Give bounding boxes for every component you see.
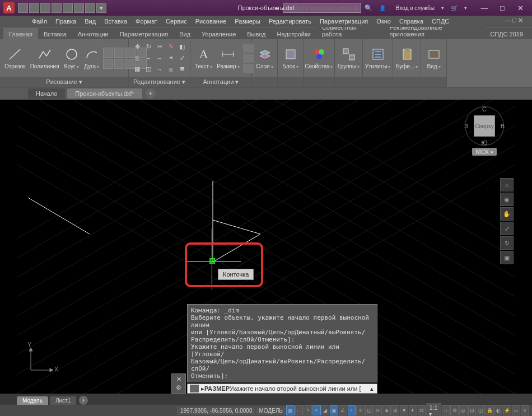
compass-west[interactable]: З [464,123,468,129]
signin-dropdown-icon[interactable]: ▾ [441,5,444,11]
compass-north[interactable]: С [482,106,487,113]
tool-ellipse-icon[interactable] [114,48,124,58]
status-snap-icon[interactable]: ∷ [295,405,304,415]
status-model-button[interactable]: МОДЕЛЬ [256,406,285,415]
signin-icon[interactable]: 👤 [376,4,389,12]
qat-new-icon[interactable] [18,3,28,13]
viewcube-compass[interactable]: С Ю В З Сверху [465,106,504,146]
tool-groups[interactable]: Группы [337,45,361,71]
viewcube-wcs-label[interactable]: МСК ▾ [472,148,496,156]
qat-more-icon[interactable]: ▾ [96,3,106,13]
doctab-start[interactable]: Начало [28,88,65,99]
tab-output[interactable]: Вывод [241,29,271,39]
command-line-input[interactable]: ▸ РАЗМЕР Укажите начало второй выносной … [187,384,377,394]
qat-saveas-icon[interactable] [52,3,62,13]
tool-erase-icon[interactable]: ✎ [166,42,176,52]
menu-draw[interactable]: Рисование [192,17,230,26]
menu-view[interactable]: Вид [81,17,100,26]
layout-tab-add-button[interactable]: + [79,396,88,405]
nav-showmotion-icon[interactable]: ▣ [500,251,514,264]
nav-fullnav-icon[interactable]: ⌂ [500,178,514,191]
menu-spds[interactable]: СПДС [428,17,453,26]
panel-expand-icon[interactable]: ▾ [235,77,239,87]
menu-help[interactable]: Справка [395,17,427,26]
tool-layers[interactable]: Слои [255,45,274,71]
qat-open-icon[interactable] [29,3,39,13]
layout-tab-model[interactable]: Модель [17,396,48,405]
tool-fillet-icon[interactable]: ⌐ [143,53,153,63]
command-history[interactable]: Команда: _dim Выберите объекты, укажите … [187,304,377,382]
tool-array-icon[interactable]: ▦ [132,64,142,74]
viewcube[interactable]: С Ю В З Сверху МСК ▾ [462,106,507,157]
qat-save-icon[interactable] [40,3,50,13]
signin-button[interactable]: Вход в службы [393,4,438,12]
nav-wheel-icon[interactable]: ◉ [500,193,514,206]
status-monitor-icon[interactable]: ◎ [459,405,468,415]
appstore-icon[interactable]: 🛒 [447,4,461,12]
tool-clipboard[interactable]: Буфе... [395,45,419,71]
tool-polyline[interactable]: Полилиния [29,45,60,71]
tool-trim-icon[interactable]: ✂ [155,42,165,52]
tool-point-icon[interactable] [114,59,124,69]
status-otrack-icon[interactable]: ∠ [339,405,347,415]
status-iso-icon[interactable]: ◢ [321,405,330,415]
qat-undo-icon[interactable] [74,3,84,13]
status-customize-icon[interactable]: ≡ [521,405,529,415]
menu-format[interactable]: Формат [132,17,161,26]
tool-move-icon[interactable]: ✥ [132,42,142,52]
app-logo-icon[interactable]: A [3,2,15,13]
menu-window[interactable]: Окно [372,17,395,26]
status-cycling-icon[interactable]: ⟳ [374,405,382,415]
tool-text[interactable]: A Текст [194,45,213,71]
help-dropdown-icon[interactable]: ▾ [464,5,467,11]
tool-copy-icon[interactable]: ⎘ [132,53,142,63]
tool-mirror-icon[interactable]: ◧ [177,42,187,52]
compass-east[interactable]: В [501,123,505,129]
status-osnap-icon[interactable]: ▣ [330,405,338,415]
minimize-button[interactable]: — [476,2,493,13]
search-icon[interactable]: 🔍 [365,4,372,12]
panel-expand-icon[interactable]: ▾ [182,77,185,87]
status-units-icon[interactable]: ⊡ [468,405,477,415]
menu-file[interactable]: Файл [28,17,51,26]
menu-modify[interactable]: Редактировать [265,17,315,26]
panel-expand-icon[interactable]: ▾ [79,77,82,87]
tab-annotate[interactable]: Аннотации [72,29,114,39]
status-cleanscreen-icon[interactable]: ▭ [512,405,520,415]
tool-rectangle-icon[interactable] [103,48,113,58]
close-button[interactable]: ✕ [512,2,529,13]
menu-insert[interactable]: Вставка [100,17,131,26]
tool-view[interactable]: Вид [425,45,443,71]
status-ortho-icon[interactable]: └ [304,405,312,415]
compass-south[interactable]: Ю [481,139,487,146]
tab-parametric[interactable]: Параметризация [114,29,174,39]
status-workspace-icon[interactable]: ⚙ [450,405,459,415]
tool-stretch-icon[interactable]: ↔ [155,53,165,63]
commandline-customize-button[interactable]: ✕⚙ [171,373,186,394]
tab-view[interactable]: Вид [174,29,196,39]
status-hardware-icon[interactable]: ⚡ [503,405,511,415]
maximize-button[interactable]: □ [494,2,511,13]
menu-parametric[interactable]: Параметризация [316,17,372,26]
tool-block[interactable]: Блок [281,45,299,71]
status-quickprops-icon[interactable]: ◫ [477,405,485,415]
tool-circle[interactable]: Круг [63,45,81,71]
tab-spds2019[interactable]: СПДС 2019 [484,29,529,39]
status-filter-icon[interactable]: ▼ [400,405,408,415]
nav-orbit-icon[interactable]: ↻ [500,236,514,250]
tab-addins[interactable]: Надстройки [272,29,316,39]
viewcube-face[interactable]: Сверху [474,115,495,137]
doc-window-controls[interactable]: — □ ✕ [501,17,526,24]
status-lwt-icon[interactable]: ≡ [356,405,365,415]
tab-home[interactable]: Главная [3,29,38,39]
tool-extend-icon[interactable]: → [155,64,165,74]
tool-break-icon[interactable]: ⎋ [166,64,176,74]
menu-dimension[interactable]: Размеры [231,17,264,26]
tool-explode-icon[interactable]: ✶ [166,53,176,63]
status-dyn-icon[interactable]: + [348,405,356,415]
tool-arc[interactable]: Дуга [83,45,101,71]
tool-rotate-icon[interactable]: ↻ [143,42,153,52]
coordinate-readout[interactable]: 1997.9806, -96.5856, 0.0000 [177,406,255,415]
status-grid-icon[interactable]: ▦ [286,405,295,415]
panel-modify-title[interactable]: Редактирование [133,77,180,87]
